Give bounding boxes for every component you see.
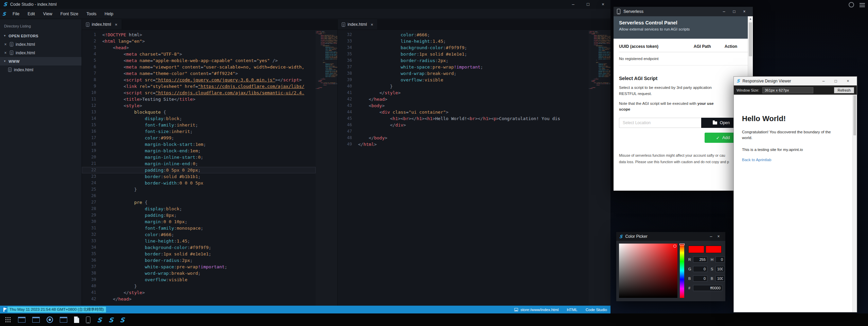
code-line[interactable]: 33 line-height:1.45; — [82, 238, 316, 244]
tab-index-html[interactable]: index.html × — [338, 19, 378, 30]
menu-view[interactable]: View — [39, 9, 56, 19]
status-language[interactable]: HTML — [567, 308, 577, 312]
maximize-button[interactable]: □ — [581, 0, 596, 9]
code-line[interactable]: 11 <title>Testing Site</title> — [82, 96, 316, 102]
code-line[interactable]: 22 padding:0 5px 0 20px; — [82, 167, 316, 173]
section-www-folder[interactable]: ▼ WWW — [0, 57, 82, 65]
hue-slider-handle[interactable] — [679, 244, 685, 245]
code-line[interactable]: 35 border:1px solid #e1e1e1; — [82, 251, 316, 257]
tab-index-html[interactable]: index.html × — [82, 19, 122, 30]
open-editor-item[interactable]: × index.html — [0, 49, 82, 57]
code-line[interactable]: 47 — [338, 128, 589, 135]
code-line[interactable]: 17 color:#999; — [82, 135, 316, 141]
current-color-swatch[interactable] — [688, 246, 704, 253]
close-icon[interactable]: × — [3, 51, 7, 55]
code-line[interactable]: 48 </body> — [338, 135, 589, 141]
code-line[interactable]: 19 margin-block-end:1em; — [82, 148, 316, 154]
maximize-button[interactable]: □ — [729, 9, 739, 14]
code-line[interactable]: 5 <meta name="apple-mobile-web-app-capab… — [82, 57, 316, 64]
brightness-input[interactable] — [715, 275, 725, 282]
code-line[interactable]: 46 </div> — [338, 122, 589, 128]
taskbar-code-studio-icon[interactable] — [120, 316, 125, 324]
minimize-button[interactable]: – — [719, 9, 729, 14]
code-lines[interactable]: 32 color:#666;33 line-height:1.45;34 bac… — [338, 32, 589, 306]
code-line[interactable]: 26 — [82, 193, 316, 199]
code-line[interactable]: 18 margin-block-start:1em; — [82, 141, 316, 148]
hex-input[interactable] — [693, 285, 722, 291]
blue-input[interactable] — [693, 275, 707, 282]
code-line[interactable]: 32 color:#666; — [338, 32, 589, 38]
code-line[interactable]: 43 <body> — [338, 102, 589, 109]
minimap[interactable]: <!DOCTYPE html><html lang="en"> <head> <… — [589, 30, 610, 306]
code-line[interactable]: 20 margin-inline-start:0; — [82, 154, 316, 160]
section-open-editors[interactable]: ▼ OPEN EDITORS — [0, 32, 82, 40]
code-line[interactable]: 6 <meta name="viewport" content="user-sc… — [82, 64, 316, 70]
app-launcher-icon[interactable] — [5, 317, 6, 318]
code-line[interactable]: 44 <div class="ui container"> — [338, 109, 589, 115]
minimap[interactable]: <!DOCTYPE html><html lang="en"> <head> <… — [316, 30, 337, 306]
scroll-up-icon[interactable]: ▲ — [748, 17, 753, 20]
hue-input[interactable] — [715, 256, 725, 263]
loading-circle-icon[interactable] — [849, 2, 854, 7]
code-line[interactable]: 42 </head> — [82, 296, 316, 302]
menu-help[interactable]: Help — [101, 9, 118, 19]
script-location-input[interactable] — [619, 118, 701, 128]
taskbar-browser-icon[interactable] — [47, 317, 53, 323]
code-line[interactable]: 24 border-width:0 0 0 5px — [82, 180, 316, 186]
hue-slider[interactable] — [680, 244, 684, 298]
color-picker-titlebar[interactable]: Color Picker – × — [616, 232, 725, 241]
code-line[interactable]: 41 </style> — [82, 289, 316, 296]
viewer-titlebar[interactable]: Responsive Design Viewer – □ × — [734, 77, 857, 85]
menu-tools[interactable]: Tools — [82, 9, 100, 19]
code-lines[interactable]: 1<!DOCTYPE html>2<html lang="en">3 <head… — [82, 32, 316, 306]
code-line[interactable]: 40 } — [82, 283, 316, 289]
taskbar-file-icon[interactable] — [74, 317, 79, 323]
close-button[interactable]: × — [842, 79, 854, 83]
code-line[interactable]: 21 margin-inline-end:0; — [82, 160, 316, 167]
menu-file[interactable]: File — [8, 9, 23, 19]
saturation-value-field[interactable] — [619, 244, 677, 298]
code-line[interactable]: 13 blockquote { — [82, 109, 316, 115]
scrollbar-thumb[interactable] — [749, 22, 752, 56]
code-line[interactable]: 32 color:#666; — [82, 231, 316, 238]
code-editor[interactable]: 32 color:#666;33 line-height:1.45;34 bac… — [338, 30, 610, 306]
minimize-button[interactable]: – — [817, 79, 830, 83]
maximize-button[interactable]: □ — [830, 79, 842, 83]
refresh-button[interactable]: Refresh — [834, 87, 854, 93]
open-editor-item[interactable]: × index.html — [0, 40, 82, 49]
menu-edit[interactable]: Edit — [23, 9, 39, 19]
close-icon[interactable]: × — [3, 42, 7, 47]
code-line[interactable]: 38 word-wrap:break-word; — [82, 270, 316, 276]
code-line[interactable]: 39 overflow:visible — [82, 276, 316, 283]
code-line[interactable]: 23 border:solid #b1b1b1; — [82, 173, 316, 180]
minimize-button[interactable]: – — [566, 0, 581, 9]
code-line[interactable]: 15 font-family:inherit; — [82, 122, 316, 128]
close-button[interactable]: × — [715, 234, 722, 239]
code-line[interactable]: 3 <head> — [82, 44, 316, 51]
taskbar-window-icon[interactable] — [18, 317, 25, 323]
code-line[interactable]: 27 pre { — [82, 199, 316, 206]
code-line[interactable]: 28 display:block; — [82, 206, 316, 212]
code-line[interactable]: 7 <meta name="theme-color" content="#ff9… — [82, 70, 316, 77]
code-line[interactable]: 16 font-size:inherit; — [82, 128, 316, 135]
taskbar-phone-icon[interactable] — [86, 317, 90, 323]
code-line[interactable]: 4 <meta charset="UTF-8"> — [82, 51, 316, 57]
close-button[interactable]: × — [739, 9, 749, 14]
code-line[interactable]: 49</html> — [338, 141, 589, 148]
previous-color-swatch[interactable] — [706, 246, 722, 253]
code-line[interactable]: 10 <script src="https://cdnjs.cloudflare… — [82, 90, 316, 96]
file-tree-item[interactable]: index.html — [0, 65, 82, 74]
code-editor[interactable]: 1<!DOCTYPE html>2<html lang="en">3 <head… — [82, 30, 337, 306]
code-line[interactable]: 45 <h1><br></h1><h1>Hello World!<br></h1… — [338, 115, 589, 122]
code-line[interactable]: 1<!DOCTYPE html> — [82, 32, 316, 38]
app-titlebar[interactable]: Code Studio - index.html – □ × — [0, 0, 610, 9]
code-line[interactable]: 36 border-radius:2px; — [338, 57, 589, 64]
window-size-input[interactable] — [762, 87, 813, 93]
code-line[interactable]: 25 } — [82, 186, 316, 193]
code-line[interactable]: 29 padding:8px; — [82, 212, 316, 218]
serverless-titlebar[interactable]: Serverless – □ × — [614, 7, 753, 16]
red-input[interactable] — [693, 256, 707, 263]
close-icon[interactable]: × — [371, 22, 373, 27]
code-line[interactable]: 12 <style> — [82, 102, 316, 109]
menu-icon[interactable] — [860, 3, 865, 8]
